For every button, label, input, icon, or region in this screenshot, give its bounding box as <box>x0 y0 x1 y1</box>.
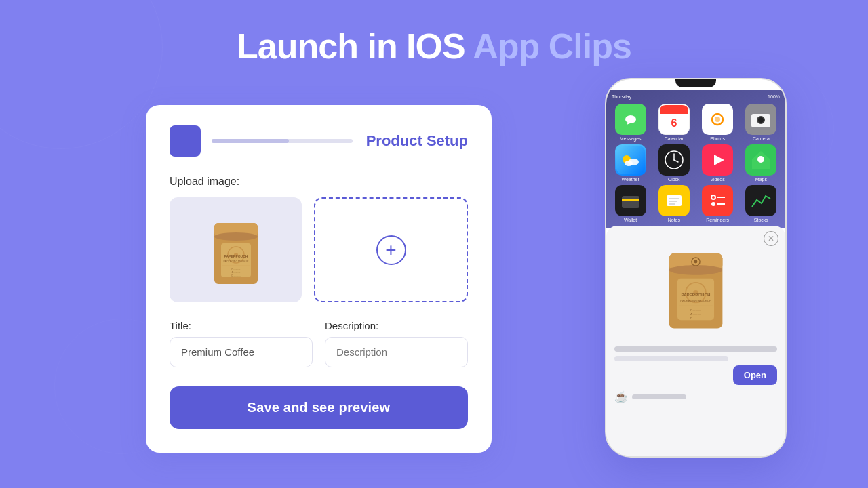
svg-point-38 <box>757 156 764 163</box>
svg-text:P ............: P ............ <box>231 268 240 270</box>
svg-text:D ............: D ............ <box>231 274 240 277</box>
title-label: Title: <box>170 320 313 331</box>
card-title: Product Setup <box>353 132 468 150</box>
upload-row: PAPERPOUCH PACKAGING MOCKUP P ..........… <box>170 197 468 302</box>
page-title: Launch in IOS App Clips <box>237 26 631 66</box>
phone-mockup: Thursday 100% Messages 6 Calendar <box>605 78 787 458</box>
svg-text:PAPERPOUCH: PAPERPOUCH <box>682 292 711 297</box>
svg-rect-40 <box>622 196 639 208</box>
svg-rect-47 <box>703 186 732 215</box>
svg-point-49 <box>711 202 715 206</box>
svg-point-25 <box>758 117 764 123</box>
app-clip-info-row: ☕ <box>614 390 777 403</box>
app-icon-stocks[interactable]: Stocks <box>741 185 781 222</box>
app-clip-close-button[interactable]: ✕ <box>764 231 778 246</box>
svg-point-66 <box>694 260 698 264</box>
phone-day: Thursday <box>612 94 631 99</box>
uploaded-image-box[interactable]: PAPERPOUCH PACKAGING MOCKUP P ..........… <box>170 197 302 302</box>
app-icons-grid: Messages 6 Calendar Photos <box>610 102 781 224</box>
add-plus-icon: + <box>376 235 406 265</box>
app-clip-coffee-bag: PAPERPOUCH PACKAGING MOCKUP P ..........… <box>652 232 740 341</box>
svg-rect-41 <box>622 199 639 201</box>
app-icon-reminders[interactable]: Reminders <box>698 185 738 222</box>
app-clip-bottom-section: Open ☕ <box>614 346 777 403</box>
app-icon-photos[interactable]: Photos <box>698 104 738 141</box>
save-preview-button[interactable]: Save and see preview <box>170 386 468 429</box>
svg-text:A ............: A ............ <box>231 271 240 274</box>
setup-card: Product Setup Upload image: PAPERPOUCH P… <box>146 105 492 453</box>
app-clip-title-bar-2 <box>614 356 728 361</box>
svg-point-21 <box>715 117 720 122</box>
app-icon-weather[interactable]: Weather <box>610 144 650 182</box>
svg-point-55 <box>669 265 723 275</box>
app-clip-title-bar-1 <box>614 346 777 352</box>
phone-home-screen: Thursday 100% Messages 6 Calendar <box>606 90 785 228</box>
app-icon-notes[interactable]: Notes <box>654 185 694 222</box>
app-icon-clock[interactable]: Clock <box>654 144 694 182</box>
svg-rect-52 <box>747 186 775 215</box>
app-clip-name-bar <box>632 394 686 399</box>
description-field-group: Description: <box>325 320 468 367</box>
svg-point-2 <box>214 232 258 241</box>
phone-battery: 100% <box>768 94 780 99</box>
phone-screen: Thursday 100% Messages 6 Calendar <box>606 79 785 456</box>
svg-text:PACKAGING MOCKUP: PACKAGING MOCKUP <box>680 299 711 302</box>
card-logo <box>170 125 201 157</box>
svg-point-13 <box>625 115 636 123</box>
svg-point-29 <box>625 161 633 166</box>
card-header: Product Setup <box>170 125 468 157</box>
app-icon-videos[interactable]: Videos <box>698 144 738 182</box>
svg-text:D ............: D ............ <box>690 317 701 320</box>
app-icon-calendar[interactable]: 6 Calendar <box>654 104 694 141</box>
app-clip-product-image: PAPERPOUCH PACKAGING MOCKUP P ..........… <box>648 232 743 341</box>
phone-date-bar: Thursday 100% <box>610 94 781 99</box>
upload-label: Upload image: <box>170 176 468 188</box>
svg-text:6: 6 <box>671 117 677 129</box>
coffee-cup-icon: ☕ <box>614 390 628 403</box>
description-label: Description: <box>325 320 468 331</box>
card-progress-bar <box>212 139 353 143</box>
app-icon-camera[interactable]: Camera <box>741 104 781 141</box>
app-icon-wallet[interactable]: Wallet <box>610 185 650 222</box>
svg-text:P ............: P ............ <box>690 309 701 312</box>
app-clip-open-button[interactable]: Open <box>733 365 777 385</box>
app-icon-messages[interactable]: Messages <box>610 104 650 141</box>
svg-text:PAPERPOUCH: PAPERPOUCH <box>224 254 248 258</box>
svg-rect-17 <box>660 110 688 114</box>
fields-row: Title: Description: <box>170 320 468 367</box>
description-input[interactable] <box>325 337 468 367</box>
phone-notch <box>675 79 716 87</box>
app-clip-action-row: Open <box>614 365 777 385</box>
title-input[interactable] <box>170 337 313 367</box>
bg-decor-circle-1 <box>0 0 163 149</box>
svg-text:PACKAGING MOCKUP: PACKAGING MOCKUP <box>223 260 249 263</box>
svg-text:A ............: A ............ <box>690 313 701 316</box>
coffee-bag-image: PAPERPOUCH PACKAGING MOCKUP P ..........… <box>202 206 270 294</box>
add-image-button[interactable]: + <box>314 197 468 302</box>
app-icon-maps[interactable]: Maps <box>741 144 781 182</box>
card-progress-fill <box>212 139 289 143</box>
title-field-group: Title: <box>170 320 313 367</box>
app-clip-overlay: ✕ PAPERPOUCH PACKAGING MOCKUP P ........… <box>606 226 785 456</box>
